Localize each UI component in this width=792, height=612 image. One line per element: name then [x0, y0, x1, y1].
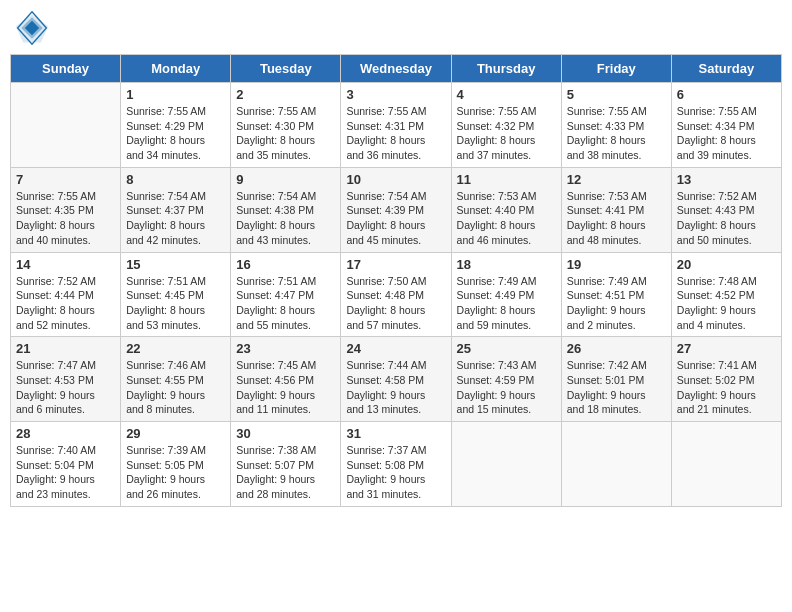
day-info: Sunrise: 7:55 AM Sunset: 4:32 PM Dayligh… — [457, 104, 556, 163]
day-info: Sunrise: 7:49 AM Sunset: 4:49 PM Dayligh… — [457, 274, 556, 333]
calendar-cell: 27Sunrise: 7:41 AM Sunset: 5:02 PM Dayli… — [671, 337, 781, 422]
day-info: Sunrise: 7:51 AM Sunset: 4:45 PM Dayligh… — [126, 274, 225, 333]
calendar-cell: 31Sunrise: 7:37 AM Sunset: 5:08 PM Dayli… — [341, 422, 451, 507]
day-header-monday: Monday — [121, 55, 231, 83]
calendar-cell: 8Sunrise: 7:54 AM Sunset: 4:37 PM Daylig… — [121, 167, 231, 252]
day-header-tuesday: Tuesday — [231, 55, 341, 83]
calendar-cell: 26Sunrise: 7:42 AM Sunset: 5:01 PM Dayli… — [561, 337, 671, 422]
calendar-cell: 16Sunrise: 7:51 AM Sunset: 4:47 PM Dayli… — [231, 252, 341, 337]
day-number: 22 — [126, 341, 225, 356]
day-info: Sunrise: 7:39 AM Sunset: 5:05 PM Dayligh… — [126, 443, 225, 502]
calendar-cell: 29Sunrise: 7:39 AM Sunset: 5:05 PM Dayli… — [121, 422, 231, 507]
calendar-cell: 11Sunrise: 7:53 AM Sunset: 4:40 PM Dayli… — [451, 167, 561, 252]
day-number: 30 — [236, 426, 335, 441]
day-number: 27 — [677, 341, 776, 356]
calendar-cell: 14Sunrise: 7:52 AM Sunset: 4:44 PM Dayli… — [11, 252, 121, 337]
day-info: Sunrise: 7:42 AM Sunset: 5:01 PM Dayligh… — [567, 358, 666, 417]
calendar-cell: 13Sunrise: 7:52 AM Sunset: 4:43 PM Dayli… — [671, 167, 781, 252]
day-number: 4 — [457, 87, 556, 102]
calendar-cell: 21Sunrise: 7:47 AM Sunset: 4:53 PM Dayli… — [11, 337, 121, 422]
calendar-cell: 7Sunrise: 7:55 AM Sunset: 4:35 PM Daylig… — [11, 167, 121, 252]
day-header-saturday: Saturday — [671, 55, 781, 83]
calendar-cell: 15Sunrise: 7:51 AM Sunset: 4:45 PM Dayli… — [121, 252, 231, 337]
day-info: Sunrise: 7:37 AM Sunset: 5:08 PM Dayligh… — [346, 443, 445, 502]
calendar-cell: 24Sunrise: 7:44 AM Sunset: 4:58 PM Dayli… — [341, 337, 451, 422]
day-info: Sunrise: 7:52 AM Sunset: 4:44 PM Dayligh… — [16, 274, 115, 333]
calendar-cell: 19Sunrise: 7:49 AM Sunset: 4:51 PM Dayli… — [561, 252, 671, 337]
day-number: 26 — [567, 341, 666, 356]
day-info: Sunrise: 7:55 AM Sunset: 4:35 PM Dayligh… — [16, 189, 115, 248]
day-info: Sunrise: 7:44 AM Sunset: 4:58 PM Dayligh… — [346, 358, 445, 417]
calendar-week-5: 28Sunrise: 7:40 AM Sunset: 5:04 PM Dayli… — [11, 422, 782, 507]
day-number: 31 — [346, 426, 445, 441]
calendar-cell: 6Sunrise: 7:55 AM Sunset: 4:34 PM Daylig… — [671, 83, 781, 168]
day-number: 15 — [126, 257, 225, 272]
calendar-cell: 4Sunrise: 7:55 AM Sunset: 4:32 PM Daylig… — [451, 83, 561, 168]
day-info: Sunrise: 7:41 AM Sunset: 5:02 PM Dayligh… — [677, 358, 776, 417]
calendar-cell: 9Sunrise: 7:54 AM Sunset: 4:38 PM Daylig… — [231, 167, 341, 252]
calendar-cell: 5Sunrise: 7:55 AM Sunset: 4:33 PM Daylig… — [561, 83, 671, 168]
day-header-wednesday: Wednesday — [341, 55, 451, 83]
day-number: 20 — [677, 257, 776, 272]
day-info: Sunrise: 7:55 AM Sunset: 4:34 PM Dayligh… — [677, 104, 776, 163]
day-info: Sunrise: 7:45 AM Sunset: 4:56 PM Dayligh… — [236, 358, 335, 417]
logo — [14, 10, 54, 46]
calendar-cell: 10Sunrise: 7:54 AM Sunset: 4:39 PM Dayli… — [341, 167, 451, 252]
day-info: Sunrise: 7:40 AM Sunset: 5:04 PM Dayligh… — [16, 443, 115, 502]
calendar-cell: 3Sunrise: 7:55 AM Sunset: 4:31 PM Daylig… — [341, 83, 451, 168]
day-info: Sunrise: 7:43 AM Sunset: 4:59 PM Dayligh… — [457, 358, 556, 417]
day-info: Sunrise: 7:53 AM Sunset: 4:41 PM Dayligh… — [567, 189, 666, 248]
day-info: Sunrise: 7:46 AM Sunset: 4:55 PM Dayligh… — [126, 358, 225, 417]
day-number: 21 — [16, 341, 115, 356]
calendar-cell: 28Sunrise: 7:40 AM Sunset: 5:04 PM Dayli… — [11, 422, 121, 507]
day-info: Sunrise: 7:54 AM Sunset: 4:39 PM Dayligh… — [346, 189, 445, 248]
day-info: Sunrise: 7:38 AM Sunset: 5:07 PM Dayligh… — [236, 443, 335, 502]
day-number: 13 — [677, 172, 776, 187]
day-number: 11 — [457, 172, 556, 187]
day-number: 8 — [126, 172, 225, 187]
calendar-cell — [11, 83, 121, 168]
day-number: 23 — [236, 341, 335, 356]
day-number: 19 — [567, 257, 666, 272]
calendar-cell: 18Sunrise: 7:49 AM Sunset: 4:49 PM Dayli… — [451, 252, 561, 337]
calendar-cell: 17Sunrise: 7:50 AM Sunset: 4:48 PM Dayli… — [341, 252, 451, 337]
day-info: Sunrise: 7:51 AM Sunset: 4:47 PM Dayligh… — [236, 274, 335, 333]
day-info: Sunrise: 7:55 AM Sunset: 4:29 PM Dayligh… — [126, 104, 225, 163]
day-number: 5 — [567, 87, 666, 102]
day-number: 24 — [346, 341, 445, 356]
calendar-week-2: 7Sunrise: 7:55 AM Sunset: 4:35 PM Daylig… — [11, 167, 782, 252]
calendar-cell: 23Sunrise: 7:45 AM Sunset: 4:56 PM Dayli… — [231, 337, 341, 422]
calendar-cell: 2Sunrise: 7:55 AM Sunset: 4:30 PM Daylig… — [231, 83, 341, 168]
day-number: 18 — [457, 257, 556, 272]
calendar-cell — [561, 422, 671, 507]
day-header-friday: Friday — [561, 55, 671, 83]
day-number: 14 — [16, 257, 115, 272]
calendar-week-3: 14Sunrise: 7:52 AM Sunset: 4:44 PM Dayli… — [11, 252, 782, 337]
calendar-cell: 30Sunrise: 7:38 AM Sunset: 5:07 PM Dayli… — [231, 422, 341, 507]
day-info: Sunrise: 7:54 AM Sunset: 4:37 PM Dayligh… — [126, 189, 225, 248]
calendar-cell: 12Sunrise: 7:53 AM Sunset: 4:41 PM Dayli… — [561, 167, 671, 252]
day-number: 6 — [677, 87, 776, 102]
calendar-header: SundayMondayTuesdayWednesdayThursdayFrid… — [11, 55, 782, 83]
calendar-cell — [451, 422, 561, 507]
day-number: 25 — [457, 341, 556, 356]
day-info: Sunrise: 7:48 AM Sunset: 4:52 PM Dayligh… — [677, 274, 776, 333]
calendar-cell: 1Sunrise: 7:55 AM Sunset: 4:29 PM Daylig… — [121, 83, 231, 168]
day-info: Sunrise: 7:55 AM Sunset: 4:30 PM Dayligh… — [236, 104, 335, 163]
day-header-sunday: Sunday — [11, 55, 121, 83]
day-info: Sunrise: 7:55 AM Sunset: 4:33 PM Dayligh… — [567, 104, 666, 163]
day-number: 12 — [567, 172, 666, 187]
day-number: 16 — [236, 257, 335, 272]
calendar-cell: 22Sunrise: 7:46 AM Sunset: 4:55 PM Dayli… — [121, 337, 231, 422]
day-info: Sunrise: 7:54 AM Sunset: 4:38 PM Dayligh… — [236, 189, 335, 248]
days-header-row: SundayMondayTuesdayWednesdayThursdayFrid… — [11, 55, 782, 83]
day-info: Sunrise: 7:50 AM Sunset: 4:48 PM Dayligh… — [346, 274, 445, 333]
calendar-cell: 20Sunrise: 7:48 AM Sunset: 4:52 PM Dayli… — [671, 252, 781, 337]
day-info: Sunrise: 7:55 AM Sunset: 4:31 PM Dayligh… — [346, 104, 445, 163]
day-number: 9 — [236, 172, 335, 187]
logo-icon — [14, 10, 50, 46]
calendar-cell — [671, 422, 781, 507]
day-number: 2 — [236, 87, 335, 102]
day-number: 3 — [346, 87, 445, 102]
calendar-week-4: 21Sunrise: 7:47 AM Sunset: 4:53 PM Dayli… — [11, 337, 782, 422]
